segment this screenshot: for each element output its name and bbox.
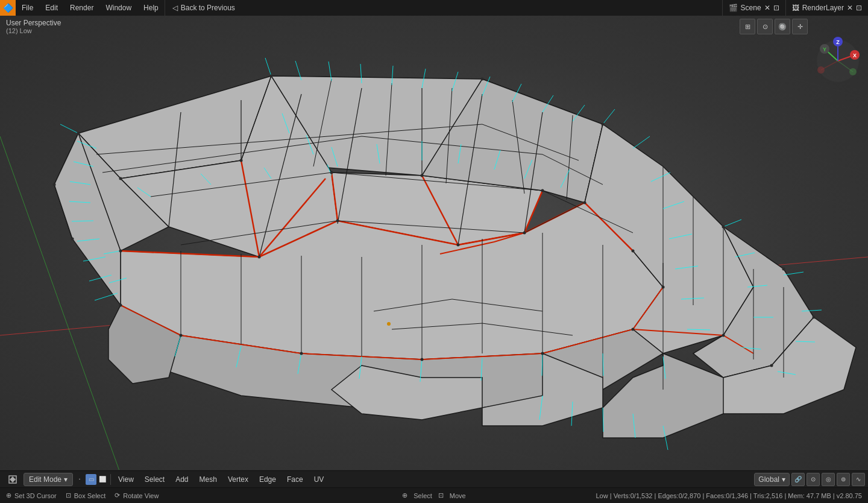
render-layer-copy-icon: ⊡ xyxy=(856,4,862,12)
svg-point-111 xyxy=(387,322,391,326)
svg-point-134 xyxy=(300,352,303,355)
menu-help[interactable]: Help xyxy=(137,0,165,16)
svg-point-138 xyxy=(71,238,74,241)
vertex-select-icon[interactable]: ⬝ xyxy=(74,474,85,485)
menu-window[interactable]: Window xyxy=(99,0,137,16)
status-center: ⊕ Select ⊡ Move xyxy=(402,492,465,499)
viewport-gizmo[interactable]: Y X Z xyxy=(814,37,862,85)
svg-point-125 xyxy=(523,232,526,235)
status-tool-1: ⊕ Set 3D Cursor xyxy=(6,492,57,499)
svg-point-135 xyxy=(180,334,183,337)
edge-select-icon[interactable]: ▭ xyxy=(86,474,96,485)
snap-toggle[interactable]: ◎ xyxy=(822,473,835,486)
menu-vertex[interactable]: Vertex xyxy=(223,473,253,486)
menu-render[interactable]: Render xyxy=(64,0,99,16)
bottom-toolbar: Edit Mode ▾ ⬝ ▭ ⬜ View Select Add Mesh V… xyxy=(0,470,868,487)
mode-icon-button[interactable] xyxy=(3,473,22,486)
svg-point-132 xyxy=(541,352,544,355)
svg-point-118 xyxy=(330,171,333,174)
svg-point-123 xyxy=(336,220,339,223)
status-tool-3: ⟳ Rotate View xyxy=(115,492,159,499)
mmb-icon: ⊡ xyxy=(66,492,71,499)
lmb-label: Set 3D Cursor xyxy=(14,492,57,499)
viewport-gizmo-button[interactable]: ✛ xyxy=(792,19,808,34)
svg-point-113 xyxy=(270,75,273,78)
face-select-icon[interactable]: ⬜ xyxy=(97,474,108,485)
render-layer-icon: 🖼 xyxy=(792,4,799,12)
viewport-shading-button[interactable]: ⊙ xyxy=(757,19,773,34)
svg-point-140 xyxy=(813,316,816,319)
snap-to-grid-button[interactable]: 🔗 xyxy=(791,473,805,486)
scene-icon: 🎬 xyxy=(729,4,738,12)
svg-point-136 xyxy=(119,304,122,307)
rmb-label: Rotate View xyxy=(123,492,159,499)
separator-1 xyxy=(110,474,111,485)
menu-view[interactable]: View xyxy=(113,473,139,486)
edit-mode-dropdown[interactable]: Edit Mode ▾ xyxy=(24,473,73,486)
car-mesh-svg xyxy=(0,16,868,470)
perspective-grid-button[interactable]: ⊞ xyxy=(740,19,755,34)
svg-text:Z: Z xyxy=(836,39,840,45)
svg-point-130 xyxy=(722,334,725,337)
svg-point-131 xyxy=(632,328,635,331)
proportional-edit-button[interactable]: ⊚ xyxy=(837,473,850,486)
status-bar: ⊕ Set 3D Cursor ⊡ Box Select ⟳ Rotate Vi… xyxy=(0,487,868,503)
svg-point-112 xyxy=(77,132,80,135)
top-menu: File Edit Render Window Help xyxy=(16,0,165,16)
transform-dropdown[interactable]: Global ▾ xyxy=(754,473,790,486)
render-layer-selector[interactable]: 🖼 RenderLayer ✕ ⊡ xyxy=(785,0,868,16)
transform-dropdown-arrow: ▾ xyxy=(782,475,785,484)
back-to-previous-button[interactable]: ◁ Back to Previous xyxy=(165,0,242,16)
svg-point-114 xyxy=(481,78,484,81)
move-key-label: Move xyxy=(450,492,466,499)
svg-point-117 xyxy=(421,174,424,177)
svg-point-126 xyxy=(583,201,587,204)
svg-point-122 xyxy=(258,256,261,259)
move-key-icon: ⊡ xyxy=(438,492,444,499)
viewport-overlay-button[interactable]: 🔘 xyxy=(775,19,790,34)
status-tool-2: ⊡ Box Select xyxy=(66,492,106,499)
back-label: Back to Previous xyxy=(181,4,235,12)
select-key-icon: ⊕ xyxy=(402,492,407,499)
snap-mode-button[interactable]: ⊙ xyxy=(807,473,820,486)
scene-selector[interactable]: 🎬 Scene ✕ ⊡ xyxy=(722,0,785,16)
menu-file[interactable]: File xyxy=(16,0,39,16)
svg-point-141 xyxy=(770,364,773,367)
top-bar: 🔷 File Edit Render Window Help ◁ Back to… xyxy=(0,0,868,16)
select-key-label: Select xyxy=(414,492,432,499)
svg-marker-157 xyxy=(10,476,16,482)
mode-label: Edit Mode xyxy=(29,475,61,484)
menu-face[interactable]: Face xyxy=(282,473,308,486)
svg-text:Y: Y xyxy=(823,46,826,52)
transform-label: Global xyxy=(758,475,779,484)
svg-point-121 xyxy=(119,250,122,253)
rmb-icon: ⟳ xyxy=(115,492,120,499)
svg-point-129 xyxy=(722,226,725,229)
render-layer-label: RenderLayer xyxy=(802,4,844,12)
svg-point-116 xyxy=(541,189,544,192)
svg-point-153 xyxy=(817,66,825,74)
menu-add[interactable]: Add xyxy=(171,473,193,486)
menu-select[interactable]: Select xyxy=(140,473,169,486)
svg-point-133 xyxy=(421,358,424,361)
back-icon: ◁ xyxy=(172,4,178,12)
lmb-icon: ⊕ xyxy=(6,492,11,499)
svg-point-137 xyxy=(53,183,56,186)
svg-text:X: X xyxy=(853,52,857,59)
svg-point-115 xyxy=(602,123,605,126)
menu-edit[interactable]: Edit xyxy=(39,0,64,16)
svg-point-128 xyxy=(662,286,665,289)
svg-point-124 xyxy=(457,244,460,247)
viewport-tools: ⊞ ⊙ 🔘 ✛ xyxy=(740,19,808,34)
svg-point-120 xyxy=(119,177,122,180)
blender-logo: 🔷 xyxy=(0,0,16,16)
menu-edge[interactable]: Edge xyxy=(254,473,281,486)
menu-mesh[interactable]: Mesh xyxy=(195,473,222,486)
toolbar-right: Global ▾ 🔗 ⊙ ◎ ⊚ ∿ xyxy=(754,473,865,486)
svg-point-119 xyxy=(240,159,243,162)
menu-uv[interactable]: UV xyxy=(309,473,329,486)
proportional-falloff-button[interactable]: ∿ xyxy=(852,473,865,486)
status-stats: Low | Verts:0/1,532 | Edges:0/2,870 | Fa… xyxy=(596,492,862,499)
viewport-3d[interactable]: User Perspective (12) Low ⊞ ⊙ 🔘 ✛ Y X Z xyxy=(0,16,868,470)
scene-copy-icon: ⊡ xyxy=(773,4,779,12)
